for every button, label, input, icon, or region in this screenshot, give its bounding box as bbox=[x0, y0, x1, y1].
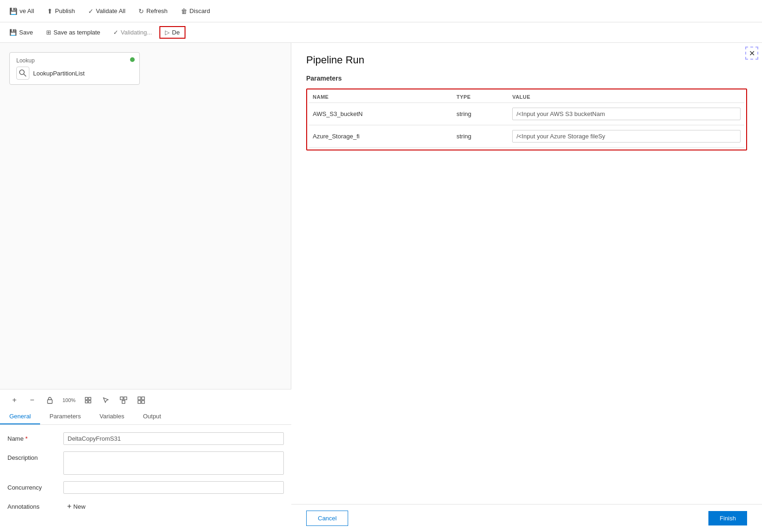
action-bar: Cancel Finish bbox=[291, 504, 762, 532]
svg-rect-3 bbox=[85, 397, 88, 400]
name-row: Name * bbox=[7, 432, 284, 445]
svg-rect-11 bbox=[142, 397, 144, 400]
svg-rect-6 bbox=[89, 401, 91, 403]
table-row: AWS_S3_bucketN string bbox=[309, 103, 744, 125]
svg-rect-12 bbox=[138, 401, 141, 403]
svg-rect-8 bbox=[124, 397, 127, 400]
sub-toolbar: 💾 Save ⊞ Save as template ✓ Validating..… bbox=[0, 22, 762, 43]
tab-parameters[interactable]: Parameters bbox=[40, 409, 90, 424]
node-body: LookupPartitionList bbox=[16, 67, 133, 80]
new-annotation-button[interactable]: + New bbox=[63, 500, 89, 512]
parameters-table: NAME TYPE VALUE AWS_S3_bucketN string bbox=[309, 91, 744, 148]
parameters-subtitle: Parameters bbox=[306, 75, 747, 82]
node-header: Lookup bbox=[16, 57, 133, 64]
cancel-button[interactable]: Cancel bbox=[306, 511, 348, 526]
description-label: Description bbox=[7, 451, 63, 461]
refresh-icon: ↻ bbox=[138, 7, 144, 15]
save-all-icon: 💾 bbox=[9, 7, 17, 15]
arrange-button[interactable] bbox=[117, 393, 130, 407]
fit-view-button[interactable] bbox=[81, 393, 95, 407]
svg-rect-9 bbox=[122, 401, 125, 403]
concurrency-input[interactable] bbox=[63, 481, 284, 494]
svg-line-1 bbox=[24, 74, 26, 76]
col-name-header: NAME bbox=[309, 91, 453, 103]
save-button[interactable]: 💾 Save bbox=[4, 26, 39, 39]
param-value-cell-1 bbox=[508, 103, 744, 125]
lookup-node[interactable]: Lookup LookupPartitionList bbox=[9, 52, 140, 85]
param-name-2: Azure_Storage_fi bbox=[309, 125, 453, 148]
discard-button[interactable]: 🗑 Discard bbox=[175, 5, 216, 18]
save-as-template-button[interactable]: ⊞ Save as template bbox=[41, 26, 106, 39]
zoom-in-button[interactable]: + bbox=[7, 393, 21, 407]
main-layout: Lookup LookupPartitionList + − bbox=[0, 43, 762, 532]
save-all-button[interactable]: 💾 ve All bbox=[4, 5, 40, 18]
param-value-cell-2 bbox=[508, 125, 744, 148]
col-value-header: VALUE bbox=[508, 91, 744, 103]
validate-all-button[interactable]: ✓ Validate All bbox=[82, 5, 131, 18]
discard-icon: 🗑 bbox=[181, 7, 187, 15]
svg-rect-10 bbox=[138, 397, 141, 400]
svg-rect-5 bbox=[85, 401, 88, 403]
svg-point-0 bbox=[20, 70, 24, 75]
concurrency-row: Concurrency bbox=[7, 481, 284, 494]
svg-rect-7 bbox=[120, 397, 123, 400]
refresh-button[interactable]: ↻ Refresh bbox=[133, 5, 173, 18]
check-icon: ✓ bbox=[113, 29, 118, 36]
svg-rect-4 bbox=[89, 397, 91, 400]
select-button[interactable] bbox=[99, 393, 113, 407]
status-dot bbox=[130, 57, 135, 62]
lock-button[interactable] bbox=[43, 393, 57, 407]
publish-button[interactable]: ⬆ Publish bbox=[41, 5, 81, 18]
canvas-bottom-toolbar: + − 100% bbox=[0, 389, 291, 411]
debug-icon: ▷ bbox=[165, 29, 170, 36]
finish-button[interactable]: Finish bbox=[708, 511, 747, 525]
svg-rect-13 bbox=[142, 401, 144, 403]
more-button[interactable] bbox=[134, 393, 148, 407]
annotations-label: Annotations bbox=[7, 500, 63, 510]
svg-rect-2 bbox=[48, 400, 52, 403]
template-icon: ⊞ bbox=[46, 29, 51, 36]
concurrency-label: Concurrency bbox=[7, 481, 63, 491]
param-name-1: AWS_S3_bucketN bbox=[309, 103, 453, 125]
debug-button[interactable]: ▷ De bbox=[159, 26, 185, 39]
tab-output[interactable]: Output bbox=[134, 409, 171, 424]
name-input[interactable] bbox=[63, 432, 284, 445]
plus-icon: + bbox=[67, 502, 71, 511]
panel-title: Pipeline Run bbox=[306, 54, 747, 66]
col-type-header: TYPE bbox=[453, 91, 508, 103]
hundred-percent-button[interactable]: 100% bbox=[61, 393, 77, 407]
lookup-icon bbox=[16, 67, 29, 80]
validating-button[interactable]: ✓ Validating... bbox=[108, 26, 158, 39]
right-panel: ✕ Pipeline Run Parameters NAME TYPE VALU… bbox=[291, 43, 762, 532]
tab-general[interactable]: General bbox=[0, 409, 40, 424]
top-toolbar: 💾 ve All ⬆ Publish ✓ Validate All ↻ Refr… bbox=[0, 0, 762, 22]
properties-panel: Name * Description Concurrency Annotatio… bbox=[0, 425, 291, 532]
param-type-1: string bbox=[453, 103, 508, 125]
left-panel: Lookup LookupPartitionList + − bbox=[0, 43, 291, 532]
description-input[interactable] bbox=[63, 451, 284, 475]
zoom-out-button[interactable]: − bbox=[25, 393, 39, 407]
param-value-input-2[interactable] bbox=[512, 130, 741, 143]
tab-variables[interactable]: Variables bbox=[90, 409, 133, 424]
name-label: Name * bbox=[7, 432, 63, 442]
parameters-highlight-box: NAME TYPE VALUE AWS_S3_bucketN string bbox=[306, 89, 747, 150]
validate-icon: ✓ bbox=[88, 7, 94, 15]
save-icon: 💾 bbox=[9, 29, 17, 36]
node-name: LookupPartitionList bbox=[33, 70, 85, 77]
table-row: Azure_Storage_fi string bbox=[309, 125, 744, 148]
description-row: Description bbox=[7, 451, 284, 475]
publish-icon: ⬆ bbox=[47, 7, 53, 15]
param-value-input-1[interactable] bbox=[512, 108, 741, 120]
bottom-tabs: General Parameters Variables Output bbox=[0, 409, 291, 425]
annotations-row: Annotations + New bbox=[7, 500, 284, 512]
param-type-2: string bbox=[453, 125, 508, 148]
close-button[interactable]: ✕ bbox=[745, 47, 758, 60]
